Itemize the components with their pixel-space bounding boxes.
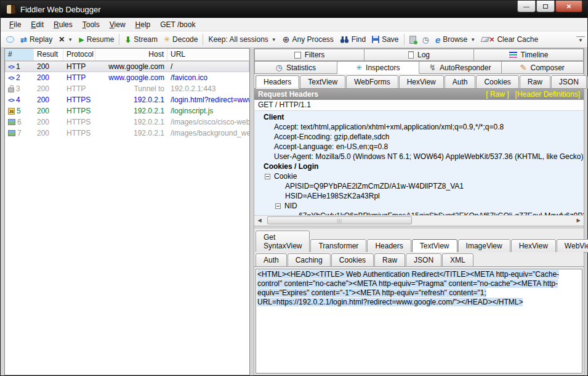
menu-get-book[interactable]: GET /book [155, 18, 200, 31]
session-row[interactable]: <>1 200 HTTP www.google.com / [5, 61, 249, 72]
maximize-button[interactable] [536, 1, 555, 12]
scrollbar-thumb[interactable]: ||| [267, 216, 412, 224]
tab-cookies[interactable]: Cookies [476, 75, 518, 89]
tab-headers[interactable]: Headers [256, 75, 299, 89]
session-row[interactable]: 6 200 HTTPS 192.0.2.1 /images/cisco/cisc… [5, 116, 249, 128]
column-header-url[interactable]: URL [167, 49, 249, 60]
session-row[interactable]: JS5 200 HTTPS 192.0.2.1 /loginscript.js [5, 105, 249, 116]
tab-webforms[interactable]: WebForms [346, 75, 398, 89]
tab-raw[interactable]: Raw [520, 75, 550, 89]
tab-hexview[interactable]: HexView [399, 75, 444, 89]
raw-link[interactable]: [ Raw ] [486, 90, 509, 99]
play-icon: ▶ [79, 36, 84, 44]
clear-cache-button[interactable]: ✕Clear Cache [478, 34, 541, 45]
chevron-down-icon: ▼ [68, 37, 73, 43]
tab-transformer[interactable]: Transformer [310, 239, 366, 253]
tab-json[interactable]: JSON [551, 75, 587, 89]
header-tree-node: NID [254, 201, 584, 211]
scroll-right-arrow-icon[interactable]: ▶ [573, 216, 584, 225]
collapse-icon[interactable] [265, 174, 270, 179]
scroll-left-arrow-icon[interactable]: ◀ [254, 216, 265, 225]
fiddler-window: Fiddler Web Debugger — ✕ File Edit Rules… [0, 0, 588, 376]
screenshot-button[interactable] [406, 35, 419, 45]
header-definitions-link[interactable]: [Header Definitions] [515, 90, 580, 99]
replay-icon: ⇄ [20, 35, 27, 44]
close-button[interactable]: ✕ [555, 1, 582, 12]
session-row[interactable]: 3 200 HTTP Tunnel to 192.0.2.1:443 [5, 83, 249, 94]
menu-rules[interactable]: Rules [49, 18, 78, 31]
column-header-host[interactable]: Host [95, 49, 167, 60]
tab-webview[interactable]: WebView [557, 239, 588, 253]
tab-inspectors[interactable]: ✳Inspectors [337, 61, 420, 74]
tab-auth[interactable]: Auth [445, 75, 476, 89]
browse-button[interactable]: eBrowse▼ [432, 33, 478, 46]
response-textview-body[interactable]: <HTML><HEAD><TITLE> Web Authentication R… [256, 269, 582, 374]
menu-help[interactable]: Help [131, 18, 156, 31]
tab-autoresponder[interactable]: ↯AutoResponder [419, 61, 502, 74]
clipboard-add-icon [409, 36, 416, 44]
main-tab-row-1: Filters Log Timeline [254, 49, 584, 61]
tab-filters[interactable]: Filters [254, 49, 364, 61]
header-line: User-Agent: Mozilla/5.0 (Windows NT 6.1;… [254, 152, 584, 161]
header-section: Cookies / Login [254, 161, 584, 171]
tab-response-raw[interactable]: Raw [374, 253, 405, 267]
find-button[interactable]: Find [337, 34, 369, 45]
column-header-result[interactable]: Result [34, 49, 63, 60]
resume-button[interactable]: ▶Resume [76, 34, 117, 45]
replay-button[interactable]: ⇄Replay [17, 34, 55, 46]
comment-bubble-icon [6, 36, 14, 43]
toolbar: ⇄Replay ✕▼ ▶Resume ⬇Stream ✳Decode Keep:… [1, 31, 587, 48]
floppy-save-icon [372, 36, 379, 43]
tab-response-cookies[interactable]: Cookies [331, 253, 374, 267]
session-row[interactable]: <>2 200 HTTP www.google.com /favicon.ico [5, 72, 249, 83]
document-icon [408, 51, 414, 59]
comment-button[interactable] [3, 35, 17, 44]
collapse-icon[interactable] [275, 203, 281, 209]
horizontal-scrollbar[interactable]: ◀ ||| ▶ [254, 215, 584, 226]
request-inspector-tabs: Headers TextView WebForms HexView Auth C… [254, 74, 584, 89]
tab-textview[interactable]: TextView [300, 75, 345, 89]
stream-button[interactable]: ⬇Stream [121, 34, 161, 46]
menu-tools[interactable]: Tools [78, 18, 105, 31]
session-row[interactable]: 7 200 HTTPS 192.0.2.1 /images/background… [5, 128, 249, 139]
toolbar-separator [203, 34, 203, 45]
tab-response-auth[interactable]: Auth [256, 253, 287, 267]
lightning-icon: ↯ [429, 63, 436, 72]
menu-file[interactable]: File [4, 18, 26, 31]
request-headers-tree: Client Accept: text/html,application/xht… [254, 111, 584, 215]
tab-statistics[interactable]: ◷Statistics [254, 61, 337, 74]
header-line: Accept-Language: en-US,en;q=0.8 [254, 142, 584, 152]
column-header-protocol[interactable]: Protocol [63, 49, 95, 60]
column-header-number[interactable]: # [5, 49, 34, 60]
session-row[interactable]: <>4 200 HTTPS 192.0.2.1 /login.html?redi… [5, 94, 249, 105]
image-icon [8, 130, 15, 136]
tab-log[interactable]: Log [364, 49, 474, 61]
tab-caching[interactable]: Caching [288, 253, 331, 267]
timer-button[interactable]: ◷ [419, 34, 432, 46]
menu-edit[interactable]: Edit [26, 18, 49, 31]
header-tree-node: Cookie [254, 171, 584, 181]
menu-view[interactable]: View [105, 18, 131, 31]
tab-composer[interactable]: ✎Composer [502, 61, 584, 74]
header-line: APISID=Q9PYbPAE2lZmCmZD/A1w-W4DllPTZ8_VA… [254, 181, 584, 191]
keep-sessions-dropdown[interactable]: Keep: All sessions▼ [205, 34, 279, 45]
tab-get-syntaxview[interactable]: Get SyntaxView [256, 231, 310, 253]
stream-arrow-icon: ⬇ [124, 35, 131, 44]
tab-response-headers[interactable]: Headers [367, 239, 411, 253]
tab-response-xml[interactable]: XML [442, 253, 473, 267]
decode-icon: ✳ [164, 35, 170, 44]
minimize-button[interactable]: — [517, 1, 536, 12]
remove-sessions-button[interactable]: ✕▼ [55, 34, 76, 45]
request-line: GET / HTTP/1.1 [254, 100, 584, 111]
tab-timeline[interactable]: Timeline [474, 49, 584, 61]
response-text-selected: <HTML><HEAD><TITLE> Web Authentication R… [257, 270, 559, 306]
inspectors-icon: ✳ [356, 63, 362, 72]
tab-imageview[interactable]: ImageView [458, 239, 510, 253]
tab-response-textview[interactable]: TextView [412, 239, 457, 253]
tab-response-json[interactable]: JSON [406, 253, 441, 267]
toolbar-overflow-button[interactable]: ▼ [576, 36, 585, 43]
tab-response-hexview[interactable]: HexView [511, 239, 556, 253]
decode-button[interactable]: ✳Decode [161, 34, 201, 45]
any-process-button[interactable]: ⊕Any Process [280, 33, 337, 46]
save-button[interactable]: Save [369, 34, 401, 45]
